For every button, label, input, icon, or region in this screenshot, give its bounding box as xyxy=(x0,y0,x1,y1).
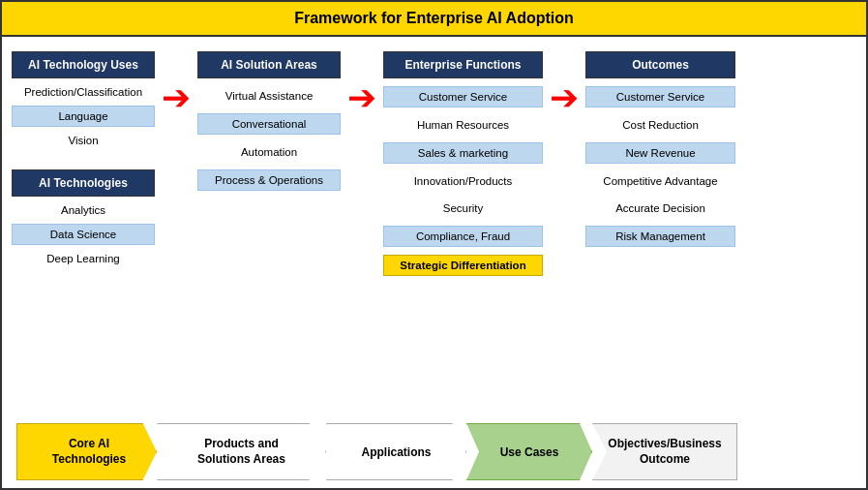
ai-tech-header: AI Technologies xyxy=(12,169,155,197)
col-outcomes: Outcomes Customer Service Cost Reduction… xyxy=(585,51,735,247)
tech-uses-item-2: Vision xyxy=(12,131,155,150)
outcomes-item-2: New Revenue xyxy=(585,142,735,164)
enterprise-item-4: Security xyxy=(383,199,543,218)
pipeline-item-2: Applications xyxy=(326,423,466,480)
arrow-2: ➔ xyxy=(345,51,378,115)
outcomes-item-0: Customer Service xyxy=(585,86,735,107)
outcomes-item-5: Risk Management xyxy=(585,226,735,247)
ai-tech-item-2: Deep Learning xyxy=(12,249,155,268)
solution-item-1: Conversational xyxy=(197,113,341,135)
bottom-pipeline: Core AI Technologies Products and Soluti… xyxy=(2,415,866,488)
pipeline-item-3: Use Cases xyxy=(466,423,592,480)
enterprise-item-6: Strategic Differentiation xyxy=(383,255,543,276)
enterprise-item-1: Human Resources xyxy=(383,115,543,135)
tech-uses-item-0: Prediction/Classification xyxy=(12,82,155,102)
arrow-2-icon: ➔ xyxy=(347,80,376,115)
arrow-1: ➔ xyxy=(160,51,193,115)
solution-item-2: Automation xyxy=(197,142,341,162)
ai-technologies-box: AI Technologies Analytics Data Science D… xyxy=(12,169,155,268)
col-tech-uses: AI Technology Uses Prediction/Classifica… xyxy=(12,51,155,268)
arrow-3-icon: ➔ xyxy=(550,80,579,115)
pipeline-item-0: Core AI Technologies xyxy=(16,423,157,480)
ai-tech-item-0: Analytics xyxy=(12,200,155,220)
col-enterprise: Enterprise Functions Customer Service Hu… xyxy=(383,51,543,276)
ai-tech-item-1: Data Science xyxy=(12,224,155,245)
page-title: Framework for Enterprise AI Adoption xyxy=(294,10,574,26)
solution-item-3: Process & Operations xyxy=(197,169,341,191)
outcomes-item-3: Competitive Advantage xyxy=(585,171,735,191)
solution-header: AI Solution Areas xyxy=(197,51,341,78)
solution-item-0: Virtual Assistance xyxy=(197,86,341,106)
tech-uses-header: AI Technology Uses xyxy=(12,51,155,78)
enterprise-header: Enterprise Functions xyxy=(383,51,543,78)
enterprise-item-0: Customer Service xyxy=(383,86,543,107)
outer-frame: Framework for Enterprise AI Adoption AI … xyxy=(0,0,868,490)
pipeline-item-1: Products and Solutions Areas xyxy=(157,423,326,480)
title-bar: Framework for Enterprise AI Adoption xyxy=(2,2,866,37)
outcomes-item-4: Accurate Decision xyxy=(585,199,735,218)
outcomes-header: Outcomes xyxy=(585,51,735,78)
arrow-1-icon: ➔ xyxy=(162,80,191,115)
outcomes-item-1: Cost Reduction xyxy=(585,115,735,135)
tech-uses-item-1: Language xyxy=(12,106,155,127)
enterprise-item-3: Innovation/Products xyxy=(383,171,543,191)
enterprise-item-2: Sales & marketing xyxy=(383,142,543,164)
tech-uses-box: AI Technology Uses Prediction/Classifica… xyxy=(12,51,155,150)
pipeline-item-4: Objectives/Business Outcome xyxy=(592,423,737,480)
main-content: AI Technology Uses Prediction/Classifica… xyxy=(2,37,866,415)
arrow-3: ➔ xyxy=(548,51,581,115)
enterprise-item-5: Compliance, Fraud xyxy=(383,226,543,247)
col-solution: AI Solution Areas Virtual Assistance Con… xyxy=(197,51,341,191)
